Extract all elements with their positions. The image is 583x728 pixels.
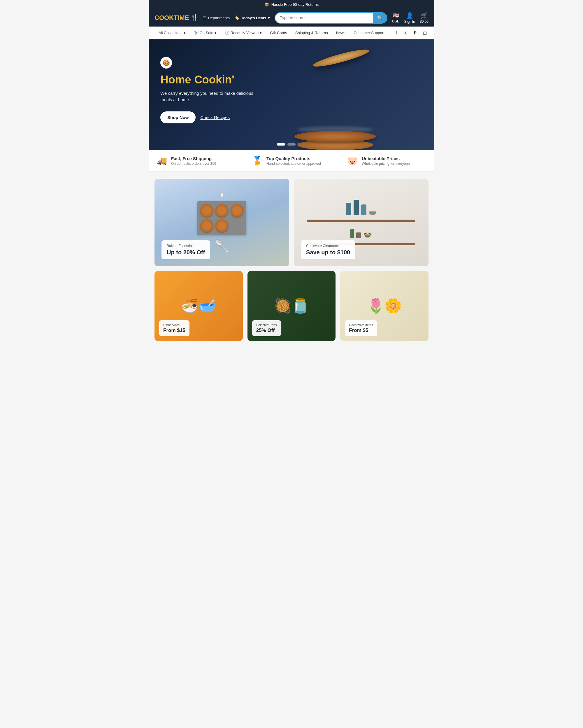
- cart-icon: 🛒: [420, 12, 427, 19]
- pans-sublabel: Selected Pans: [256, 323, 277, 327]
- nav-shipping-returns[interactable]: Shipping & Returns: [291, 27, 332, 38]
- shipping-subtitle: On domestic orders over $99: [171, 162, 216, 166]
- logo[interactable]: COOKTIME 🍴: [155, 14, 198, 22]
- all-collections-label: All Collections: [159, 31, 183, 35]
- social-links: f 𝕏 𝐏 ◻: [394, 27, 428, 39]
- departments-label: Departments: [208, 16, 230, 20]
- promo-card-baking[interactable]: 🥛 🥄 Baking Essentials Up to 20% Off: [155, 179, 289, 266]
- products-section: 🥛 🥄 Baking Essentials Up to 20% Off: [149, 172, 434, 348]
- recently-viewed-label: Recently Viewed: [230, 31, 259, 35]
- todays-deals-nav[interactable]: 🏷️ Today's Deals ▾: [234, 16, 270, 20]
- search-icon: 🔍: [377, 16, 383, 20]
- pot-icon: 🍲: [363, 230, 372, 238]
- pans-visual: 🥘🫙: [274, 298, 309, 314]
- decorative-sublabel: Decorative Items: [349, 323, 373, 327]
- pans-mainlabel: 25% Off: [256, 328, 277, 333]
- promo-card-dinnerware[interactable]: 🍜🥣 Dinnerware From $15: [155, 271, 243, 341]
- dot-1[interactable]: [277, 143, 285, 146]
- pancake-visual: [277, 40, 393, 150]
- pinterest-link[interactable]: 𝐏: [412, 27, 418, 39]
- quality-subtitle: Hand-selected, customer approved: [267, 162, 321, 166]
- cookie-icon: 🍪: [160, 57, 172, 69]
- shipping-icon: 🚚: [157, 156, 167, 166]
- cart-button[interactable]: 🛒 $0.00: [420, 12, 428, 24]
- quality-title: Top Quality Products: [267, 156, 321, 161]
- promo-card-decorative[interactable]: 🌷🌼 Decorative Items From $5: [340, 271, 428, 341]
- deals-chevron-icon: ▾: [268, 16, 270, 20]
- top-banner: 📦 Hassle Free 90-day Returns: [149, 0, 434, 9]
- canister-2: [354, 200, 359, 215]
- promo-card-pans[interactable]: 🥘🫙 Selected Pans 25% Off: [248, 271, 336, 341]
- nav-gift-cards[interactable]: Gift Cards: [266, 27, 291, 38]
- header: COOKTIME 🍴 ☰ Departments 🏷️ Today's Deal…: [149, 9, 434, 27]
- pans-label: Selected Pans 25% Off: [252, 320, 281, 336]
- collections-chevron-icon: ▾: [184, 31, 186, 35]
- search-button[interactable]: 🔍: [373, 13, 387, 23]
- vase-sm: [356, 232, 361, 238]
- prices-subtitle: Wholesale pricing for everyone: [362, 162, 410, 166]
- nav-on-sale[interactable]: ✂️ On Sale ▾: [190, 27, 221, 38]
- logo-fork-icon: 🍴: [190, 14, 198, 22]
- shelf-line-1: [307, 219, 415, 222]
- baking-sublabel: Baking Essentials: [167, 244, 205, 248]
- currency-label: USD: [392, 19, 399, 23]
- hero-content: 🍪 Home Cookin' We carry everything you n…: [149, 40, 265, 141]
- hero-title: Home Cookin': [160, 73, 254, 87]
- feature-bar: 🚚 Fast, Free Shipping On domestic orders…: [149, 150, 434, 172]
- pancake-bottom: [295, 131, 376, 142]
- deals-tag-icon: 🏷️: [234, 16, 239, 20]
- sale-scissors-icon: ✂️: [194, 31, 198, 35]
- instagram-link[interactable]: ◻: [421, 27, 428, 39]
- hero-buttons: Shop Now Check Recipes: [160, 111, 254, 123]
- twitter-link[interactable]: 𝕏: [402, 27, 409, 39]
- promo-card-cookware[interactable]: 🍲 Cookware Clearance Save up to $100: [294, 179, 428, 266]
- gift-cards-label: Gift Cards: [270, 31, 287, 35]
- check-recipes-button[interactable]: Check Recipes: [200, 115, 230, 120]
- facebook-link[interactable]: f: [394, 27, 399, 39]
- currency-selector[interactable]: 🇺🇸 USD: [392, 12, 399, 23]
- user-icon: 👤: [406, 12, 413, 19]
- search-input[interactable]: [275, 13, 373, 23]
- nav-news[interactable]: News: [332, 27, 350, 38]
- cookware-mainlabel: Save up to $100: [306, 249, 350, 256]
- dot-2[interactable]: [287, 143, 296, 146]
- nav-customer-support[interactable]: Customer Support: [350, 27, 389, 38]
- bowl-small: [369, 211, 376, 215]
- logo-text: COOKTIME: [155, 15, 189, 21]
- search-bar: 🔍: [275, 12, 387, 24]
- feature-prices: 🐷 Unbeatable Prices Wholesale pricing fo…: [339, 150, 434, 172]
- decorative-label: Decorative Items From $5: [345, 320, 377, 336]
- baking-mainlabel: Up to 20% Off: [167, 249, 205, 256]
- decorative-visual: 🌷🌼: [367, 298, 402, 314]
- quality-icon: 🏅: [252, 156, 262, 166]
- dinnerware-visual: 🍜🥣: [181, 298, 216, 314]
- hero-image: [236, 40, 434, 150]
- recently-viewed-chevron-icon: ▾: [260, 31, 262, 35]
- prices-title: Unbeatable Prices: [362, 156, 410, 161]
- promo-row: 🥛 🥄 Baking Essentials Up to 20% Off: [155, 179, 428, 266]
- banner-icon: 📦: [265, 2, 269, 7]
- prices-icon: 🐷: [348, 156, 358, 166]
- feature-shipping: 🚚 Fast, Free Shipping On domestic orders…: [149, 150, 244, 172]
- dinnerware-mainlabel: From $15: [163, 328, 186, 333]
- sign-in-label: Sign In: [404, 20, 415, 24]
- feature-quality: 🏅 Top Quality Products Hand-selected, cu…: [244, 150, 339, 172]
- shelf-bottom-items: 🍲: [351, 229, 372, 238]
- dinnerware-label: Dinnerware From $15: [159, 320, 190, 336]
- flag-icon: 🇺🇸: [393, 12, 399, 19]
- shipping-returns-label: Shipping & Returns: [295, 31, 328, 35]
- shop-now-button[interactable]: Shop Now: [160, 111, 196, 123]
- clock-icon: 🕐: [225, 31, 229, 35]
- header-actions: 🇺🇸 USD 👤 Sign In 🛒 $0.00: [392, 12, 428, 24]
- nav-recently-viewed[interactable]: 🕐 Recently Viewed ▾: [221, 27, 266, 38]
- dinnerware-sublabel: Dinnerware: [163, 323, 186, 327]
- flying-pancake: [312, 47, 370, 70]
- nav-all-collections[interactable]: All Collections ▾: [155, 27, 190, 38]
- decorative-mainlabel: From $5: [349, 328, 373, 333]
- navbar: All Collections ▾ ✂️ On Sale ▾ 🕐 Recentl…: [149, 27, 434, 40]
- shipping-title: Fast, Free Shipping: [171, 156, 216, 161]
- shelf-top-items: [346, 200, 376, 215]
- departments-nav[interactable]: ☰ Departments: [203, 16, 230, 20]
- cookware-sublabel: Cookware Clearance: [306, 244, 350, 248]
- sign-in-button[interactable]: 👤 Sign In: [404, 12, 415, 24]
